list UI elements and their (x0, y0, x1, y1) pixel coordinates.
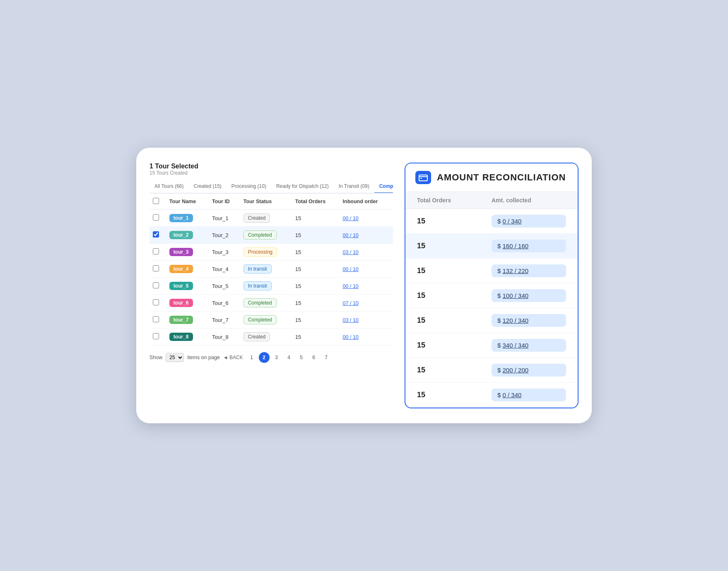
show-label: Show (149, 355, 162, 360)
row-checkbox-5[interactable] (153, 282, 159, 288)
inbound-link-1[interactable]: 00 / 10 (343, 216, 359, 221)
amount-val-2: 132 / 220 (503, 267, 529, 274)
recon-amount-4[interactable]: $ 120 / 340 (492, 314, 566, 327)
table-row: tour_4Tour_4In transit1500 / 10 (149, 261, 393, 278)
page-btn-7[interactable]: 7 (321, 352, 332, 363)
row-checkbox-6[interactable] (153, 299, 159, 305)
table-row: tour_5Tour_5In transit1500 / 10 (149, 278, 393, 295)
recon-row-4: 15$ 120 / 340 (405, 308, 578, 333)
reconciliation-title: AMOUNT RECONCILIATION (437, 172, 566, 183)
recon-row-0: 15$ 0 / 340 (405, 209, 578, 234)
tour-badge-3: tour_3 (169, 248, 193, 256)
amount-val-6: 200 / 200 (503, 367, 529, 374)
recon-amount-6[interactable]: $ 200 / 200 (492, 364, 566, 377)
amount-val-0: 0 / 340 (503, 218, 522, 225)
tour-name-6: Tour_6 (209, 295, 240, 312)
tour-badge-8: tour_8 (169, 333, 193, 341)
inbound-link-8[interactable]: 00 / 10 (343, 334, 359, 340)
inbound-link-6[interactable]: 07 / 10 (343, 300, 359, 306)
reconciliation-col-headers: Total Orders Amt. collected (405, 192, 578, 209)
tab-4[interactable]: In Transit (09) (334, 180, 374, 194)
pagination-row: Show 25 items on page ◄ BACK 1234567 (149, 352, 393, 363)
status-badge-8: Created (243, 332, 270, 341)
recon-orders-7: 15 (417, 391, 492, 399)
amount-val-7: 0 / 340 (503, 391, 522, 398)
col-header-2: Tour ID (209, 194, 240, 210)
inbound-link-7[interactable]: 03 / 10 (343, 317, 359, 323)
tab-0[interactable]: All Tours (66) (149, 180, 188, 194)
tour-badge-1: tour_1 (169, 214, 193, 222)
tab-5[interactable]: Completed (05 (374, 180, 393, 194)
table-row: tour_2Tour_2Completed1500 / 10 (149, 227, 393, 244)
table-row: tour_8Tour_8Created1500 / 10 (149, 329, 393, 345)
row-checkbox-8[interactable] (153, 333, 159, 339)
col-header-1: Tour Name (166, 194, 209, 210)
tab-3[interactable]: Ready for Dispatch (12) (271, 180, 334, 194)
row-checkbox-2[interactable] (153, 231, 159, 238)
recon-amount-0[interactable]: $ 0 / 340 (492, 215, 566, 228)
page-btn-5[interactable]: 5 (296, 352, 307, 363)
status-badge-7: Completed (243, 315, 277, 324)
recon-amount-3[interactable]: $ 100 / 340 (492, 289, 566, 302)
total-orders-6: 15 (292, 295, 340, 312)
recon-orders-0: 15 (417, 217, 492, 226)
reconciliation-rows: 15$ 0 / 34015$ 160 / 16015$ 132 / 22015$… (405, 209, 578, 408)
table-row: tour_3Tour_3Processing1503 / 10 (149, 244, 393, 261)
tab-1[interactable]: Created (15) (188, 180, 226, 194)
recon-row-2: 15$ 132 / 220 (405, 259, 578, 283)
row-checkbox-3[interactable] (153, 248, 159, 254)
col-header-4: Total Orders (292, 194, 340, 210)
tab-2[interactable]: Processing (10) (227, 180, 271, 194)
tours-table: Tour NameTour IDTour StatusTotal OrdersI… (149, 194, 393, 345)
amount-val-3: 100 / 340 (503, 292, 529, 299)
recon-row-3: 15$ 100 / 340 (405, 283, 578, 308)
recon-amount-2[interactable]: $ 132 / 220 (492, 264, 566, 277)
total-orders-8: 15 (292, 329, 340, 345)
inbound-link-5[interactable]: 00 / 10 (343, 283, 359, 289)
page-btn-1[interactable]: 1 (246, 352, 257, 363)
tour-badge-2: tour_2 (169, 231, 193, 239)
tour-name-2: Tour_2 (209, 227, 240, 244)
amount-val-1: 160 / 160 (503, 242, 529, 250)
tour-name-3: Tour_3 (209, 244, 240, 261)
row-checkbox-7[interactable] (153, 316, 159, 322)
select-all-checkbox[interactable] (153, 198, 159, 204)
recon-orders-6: 15 (417, 366, 492, 374)
page-btn-2[interactable]: 2 (259, 352, 270, 363)
tour-badge-4: tour_4 (169, 265, 193, 273)
tour-name-1: Tour_1 (209, 210, 240, 227)
reconciliation-icon (415, 171, 431, 184)
row-checkbox-1[interactable] (153, 214, 159, 221)
recon-amount-7[interactable]: $ 0 / 340 (492, 389, 566, 401)
status-badge-1: Created (243, 214, 270, 223)
recon-orders-3: 15 (417, 291, 492, 300)
row-checkbox-4[interactable] (153, 265, 159, 271)
inbound-link-2[interactable]: 00 / 10 (343, 233, 359, 238)
col-header-0 (149, 194, 166, 210)
per-page-select[interactable]: 25 (166, 353, 184, 362)
recon-row-1: 15$ 160 / 160 (405, 234, 578, 259)
total-orders-7: 15 (292, 312, 340, 329)
amount-val-4: 120 / 340 (503, 317, 529, 324)
page-btn-6[interactable]: 6 (309, 352, 319, 363)
back-button[interactable]: ◄ BACK (223, 355, 243, 360)
recon-amount-5[interactable]: $ 340 / 340 (492, 339, 566, 352)
inbound-link-4[interactable]: 00 / 10 (343, 266, 359, 272)
page-btn-3[interactable]: 3 (271, 352, 282, 363)
inbound-link-3[interactable]: 03 / 10 (343, 250, 359, 255)
recon-amount-1[interactable]: $ 160 / 160 (492, 240, 566, 252)
tour-badge-7: tour_7 (169, 316, 193, 324)
table-row: tour_7Tour_7Completed1503 / 10 (149, 312, 393, 329)
status-badge-3: Processing (243, 247, 277, 257)
total-orders-3: 15 (292, 244, 340, 261)
page-btn-4[interactable]: 4 (284, 352, 294, 363)
recon-orders-5: 15 (417, 341, 492, 350)
tour-name-4: Tour_4 (209, 261, 240, 278)
total-orders-1: 15 (292, 210, 340, 227)
col-header-5: Inbound order (340, 194, 393, 210)
tour-badge-5: tour_5 (169, 282, 193, 290)
recon-orders-4: 15 (417, 316, 492, 325)
recon-orders-2: 15 (417, 266, 492, 275)
status-badge-5: In transit (243, 281, 272, 290)
total-orders-5: 15 (292, 278, 340, 295)
